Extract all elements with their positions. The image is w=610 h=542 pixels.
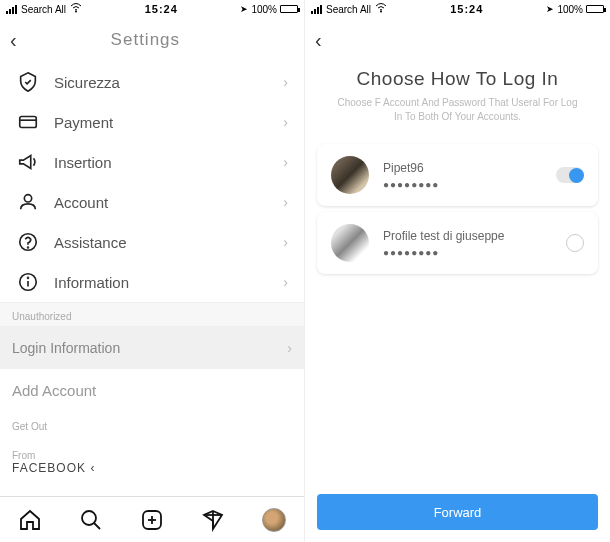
tab-add[interactable]	[139, 507, 165, 533]
account-info: Profile test di giuseppe ●●●●●●●●	[383, 229, 566, 258]
row-label: Login Information	[12, 340, 120, 356]
help-icon	[16, 230, 40, 254]
chevron-right-icon: ›	[283, 194, 288, 210]
from-block: From FACEBOOK ‹	[0, 442, 304, 483]
svg-point-0	[75, 11, 77, 13]
avatar	[331, 156, 369, 194]
battery-icon	[586, 5, 604, 13]
status-bar: Search All 15:24 ➤ 100%	[0, 0, 304, 18]
row-label: Insertion	[54, 154, 283, 171]
row-label: Get Out	[12, 421, 47, 432]
chevron-right-icon: ›	[287, 340, 292, 356]
page-title: Settings	[17, 30, 274, 50]
page-title: Choose How To Log In	[305, 68, 610, 90]
tab-search[interactable]	[78, 507, 104, 533]
battery-percent: 100%	[557, 4, 583, 15]
add-account-row[interactable]: Add Account	[0, 369, 304, 411]
settings-row-insertion[interactable]: Insertion ›	[0, 142, 304, 182]
chevron-right-icon: ›	[283, 114, 288, 130]
forward-button[interactable]: Forward	[317, 494, 598, 530]
user-icon	[16, 190, 40, 214]
battery-icon	[280, 5, 298, 13]
password-dots: ●●●●●●●●	[383, 179, 556, 190]
account-info: Pipet96 ●●●●●●●●	[383, 161, 556, 190]
page-subtitle: Choose F Account And Password That Usera…	[305, 90, 610, 138]
status-bar: Search All 15:24 ➤ 100%	[305, 0, 610, 18]
settings-row-information[interactable]: Information ›	[0, 262, 304, 302]
header: ‹	[305, 18, 610, 62]
card-icon	[16, 110, 40, 134]
tab-home[interactable]	[17, 507, 43, 533]
account-name: Pipet96	[383, 161, 556, 175]
svg-line-10	[94, 523, 100, 529]
settings-row-security[interactable]: Sicurezza ›	[0, 62, 304, 102]
row-label: Payment	[54, 114, 283, 131]
status-time: 15:24	[387, 3, 546, 15]
avatar	[262, 508, 286, 532]
toggle-switch[interactable]	[556, 167, 584, 183]
location-icon: ➤	[240, 4, 248, 14]
back-button[interactable]: ‹	[10, 29, 17, 52]
login-information-row[interactable]: Login Information ›	[0, 327, 304, 369]
svg-point-3	[24, 195, 31, 202]
info-icon	[16, 270, 40, 294]
settings-list: Sicurezza › Payment › Insertion › Accoun…	[0, 62, 304, 496]
button-label: Forward	[434, 505, 482, 520]
wifi-icon	[70, 3, 82, 15]
login-choice-screen: Search All 15:24 ➤ 100% ‹ Choose How To …	[305, 0, 610, 542]
svg-point-8	[28, 277, 29, 278]
avatar	[331, 224, 369, 262]
signal-icon	[6, 5, 17, 14]
battery-percent: 100%	[251, 4, 277, 15]
tab-activity[interactable]	[200, 507, 226, 533]
row-label: Information	[54, 274, 283, 291]
row-label: Assistance	[54, 234, 283, 251]
tab-bar	[0, 496, 304, 542]
back-button[interactable]: ‹	[315, 29, 322, 52]
row-label: Add Account	[12, 382, 96, 399]
location-icon: ➤	[546, 4, 554, 14]
tab-profile[interactable]	[261, 507, 287, 533]
svg-point-5	[28, 247, 29, 248]
chevron-left-icon: ‹	[90, 461, 95, 475]
account-card[interactable]: Pipet96 ●●●●●●●●	[317, 144, 598, 206]
wifi-icon	[375, 3, 387, 15]
chevron-right-icon: ›	[283, 154, 288, 170]
svg-rect-1	[20, 117, 37, 128]
chevron-right-icon: ›	[283, 74, 288, 90]
carrier-label: Search All	[326, 4, 371, 15]
account-name: Profile test di giuseppe	[383, 229, 566, 243]
row-label: Account	[54, 194, 283, 211]
password-dots: ●●●●●●●●	[383, 247, 566, 258]
settings-row-account[interactable]: Account ›	[0, 182, 304, 222]
svg-point-14	[380, 11, 382, 13]
carrier-label: Search All	[21, 4, 66, 15]
megaphone-icon	[16, 150, 40, 174]
get-out-row[interactable]: Get Out	[0, 411, 304, 442]
section-unauthorized: Unauthorized	[0, 302, 304, 327]
svg-point-9	[82, 511, 96, 525]
shield-icon	[16, 70, 40, 94]
chevron-right-icon: ›	[283, 274, 288, 290]
status-time: 15:24	[82, 3, 240, 15]
signal-icon	[311, 5, 322, 14]
from-value: FACEBOOK ‹	[12, 461, 292, 475]
header: ‹ Settings	[0, 18, 304, 62]
content: Choose How To Log In Choose F Account An…	[305, 62, 610, 494]
radio-button[interactable]	[566, 234, 584, 252]
from-label: From	[12, 450, 292, 461]
settings-row-assistance[interactable]: Assistance ›	[0, 222, 304, 262]
row-label: Sicurezza	[54, 74, 283, 91]
account-card[interactable]: Profile test di giuseppe ●●●●●●●●	[317, 212, 598, 274]
settings-row-payment[interactable]: Payment ›	[0, 102, 304, 142]
settings-screen: Search All 15:24 ➤ 100% ‹ Settings Sicur…	[0, 0, 305, 542]
chevron-right-icon: ›	[283, 234, 288, 250]
